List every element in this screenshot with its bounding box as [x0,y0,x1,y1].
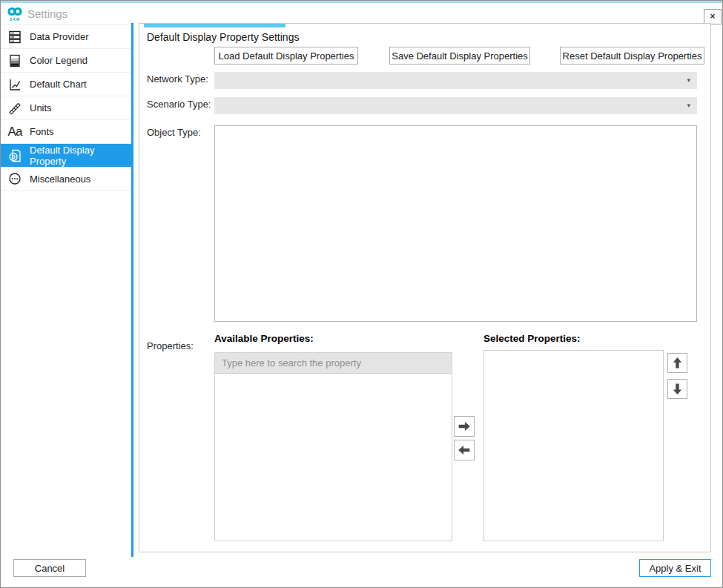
display-property-icon: D [6,147,24,165]
app-logo-caption: SAM [7,17,23,22]
data-provider-icon [6,28,24,46]
move-down-button[interactable] [667,379,687,399]
window-title: Settings [27,7,67,20]
sidebar-item-label: Default Display Property [30,145,131,167]
titlebar: SAM Settings × [1,3,722,24]
sidebar-item-label: Default Chart [30,79,87,90]
sidebar: Data Provider Color Legend Default Cha [1,24,131,191]
object-type-label: Object Type: [147,127,201,138]
sidebar-item-miscellaneous[interactable]: Miscellaneous [1,167,131,191]
arrow-right-icon [456,418,472,435]
color-legend-icon [6,52,24,70]
sidebar-item-fonts[interactable]: Aa Fonts [1,119,131,143]
network-type-dropdown[interactable]: ▾ [214,72,697,89]
selected-properties-header: Selected Properties: [483,333,581,344]
app-logo-icon: SAM [7,6,23,22]
sidebar-item-units[interactable]: Units [1,96,131,119]
dropdown-arrow-icon: ▾ [687,77,690,84]
available-properties-header: Available Properties: [214,333,314,344]
section-title: Default Display Property Settings [147,31,299,43]
fonts-icon: Aa [6,123,24,141]
save-default-display-properties-button[interactable]: Save Default Display Properties [389,47,530,65]
dropdown-arrow-icon: ▾ [687,102,690,109]
move-right-button[interactable] [454,416,475,437]
units-icon [6,99,24,117]
sidebar-item-default-display-property[interactable]: D Default Display Property [1,143,131,167]
scenario-type-dropdown[interactable]: ▾ [214,97,697,114]
default-display-property-panel: Default Display Property Settings Load D… [139,23,711,552]
sidebar-item-label: Data Provider [30,31,88,42]
arrow-left-icon [456,442,472,458]
sidebar-item-label: Fonts [30,126,54,137]
svg-text:D: D [11,153,16,160]
move-left-button[interactable] [454,440,475,460]
miscellaneous-icon [6,170,24,188]
load-default-display-properties-button[interactable]: Load Default Display Properties [214,47,358,65]
arrow-down-icon [670,381,685,397]
active-tab-indicator [144,24,285,27]
close-button[interactable]: × [704,9,722,24]
network-type-label: Network Type: [147,73,208,85]
sidebar-item-label: Miscellaneous [30,174,90,185]
scenario-type-label: Scenario Type: [147,99,211,110]
settings-window: SAM Settings × Data Provider [0,0,723,588]
reset-default-display-properties-button[interactable]: Reset Default Display Properties [560,47,704,65]
property-search-input[interactable] [214,352,452,374]
available-properties-listbox[interactable] [214,373,452,541]
move-up-button[interactable] [667,353,687,373]
sidebar-item-default-chart[interactable]: Default Chart [1,72,131,96]
properties-label: Properties: [147,340,194,351]
sidebar-item-data-provider[interactable]: Data Provider [1,24,131,48]
cancel-button[interactable]: Cancel [13,559,86,577]
sidebar-panel-divider [131,23,133,557]
sidebar-item-label: Units [30,102,52,113]
object-type-listbox[interactable] [214,125,697,322]
selected-properties-listbox[interactable] [483,350,664,541]
sidebar-item-label: Color Legend [30,55,88,66]
sidebar-item-color-legend[interactable]: Color Legend [1,48,131,72]
default-chart-icon [6,76,24,93]
arrow-up-icon [670,355,685,371]
apply-exit-button[interactable]: Apply & Exit [639,559,711,577]
